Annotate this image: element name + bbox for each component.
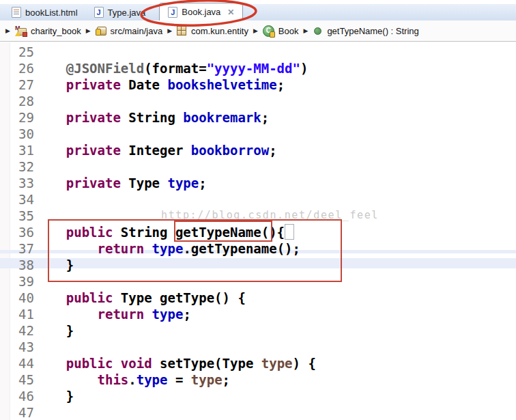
breadcrumb-item-book[interactable]: CBook [263, 25, 299, 37]
code-line[interactable]: 44 public void setType(Type type) { [0, 355, 516, 372]
tabs-container: bookList.htmlJType.javaJBook.java✕ [3, 4, 243, 20]
line-number[interactable]: 36 [0, 224, 34, 240]
code-text[interactable]: private Type type; [35, 175, 207, 191]
breadcrumb-item-src-main-java[interactable]: src/main/java [96, 26, 163, 36]
code-text[interactable]: } [35, 388, 74, 404]
code-text[interactable]: public Type getType() { [35, 290, 246, 306]
line-number[interactable]: 40 [0, 290, 34, 306]
breadcrumb-item-gettypename-string[interactable]: getTypeName() : String [313, 26, 418, 36]
line-number[interactable]: 37 [0, 240, 34, 257]
code-line[interactable]: 38 } [0, 257, 516, 273]
icon-line [14, 14, 19, 14]
code-line[interactable]: 41 return type; [0, 306, 516, 322]
tab-type-java[interactable]: JType.java [86, 4, 154, 20]
line-number[interactable]: 31 [0, 142, 34, 158]
code-line[interactable]: 42 } [0, 322, 516, 339]
line-number[interactable]: 30 [0, 126, 34, 142]
code-lines: 2526 @JSONField(format="yyyy-MM-dd")27 p… [0, 42, 516, 420]
code-text[interactable]: public String getTypeName(){ [35, 224, 285, 240]
line-number[interactable]: 41 [0, 306, 34, 322]
code-text[interactable]: this.type = type; [35, 372, 230, 388]
code-token: this [35, 372, 128, 387]
code-line[interactable]: 25 [0, 44, 516, 60]
line-number[interactable]: 38 [0, 257, 34, 273]
line-number[interactable]: 26 [0, 60, 34, 76]
code-line[interactable]: 27 private Date bookshelvetime; [0, 76, 516, 93]
code-token: Integer [121, 143, 191, 158]
line-number[interactable]: 42 [0, 322, 34, 339]
code-line[interactable]: 46 } [0, 388, 516, 404]
code-text[interactable]: public void setType(Type type) { [35, 355, 316, 372]
code-line[interactable]: 31 private Integer bookborrow; [0, 142, 516, 158]
line-number[interactable]: 46 [0, 388, 34, 404]
tab-booklist-html[interactable]: bookList.html [3, 4, 86, 20]
icon-line [14, 12, 19, 12]
code-text[interactable]: return type; [35, 306, 191, 322]
code-token: ; [223, 372, 230, 387]
warning-overlay [15, 31, 20, 36]
code-token: .getTypename(); [183, 241, 300, 256]
line-number[interactable]: 44 [0, 355, 34, 372]
code-token: public [35, 225, 113, 240]
code-token: type [152, 241, 184, 256]
breadcrumb-separator-icon[interactable]: ▶ [303, 27, 308, 34]
code-token: Type getType() { [113, 290, 245, 305]
code-line[interactable]: 47 [0, 404, 516, 420]
tab-label: bookList.html [25, 8, 78, 18]
breadcrumb-expand-arrow-icon[interactable]: ▶ [5, 27, 10, 34]
line-number[interactable]: 32 [0, 158, 34, 175]
code-line[interactable]: 29 private String bookremark; [0, 109, 516, 126]
code-line[interactable]: 39 [0, 273, 516, 290]
close-icon[interactable]: ✕ [227, 8, 234, 16]
code-line[interactable]: 45 this.type = type; [0, 372, 516, 388]
line-number[interactable]: 29 [0, 109, 34, 126]
line-number[interactable]: 34 [0, 191, 34, 208]
code-token: (format= [144, 61, 207, 76]
code-line[interactable]: 26 @JSONField(format="yyyy-MM-dd") [0, 60, 516, 76]
breadcrumb-label: charity_book [31, 26, 81, 36]
breadcrumb-label: getTypeName() : String [327, 26, 418, 36]
code-text[interactable]: private Date bookshelvetime; [35, 76, 285, 93]
code-line[interactable]: 43 [0, 339, 516, 355]
code-text[interactable]: private Integer bookborrow; [35, 142, 277, 158]
package-tile [181, 30, 186, 36]
code-line[interactable]: 33 private Type type; [0, 175, 516, 191]
breadcrumb-separator-icon[interactable]: ▶ [86, 27, 91, 34]
code-line[interactable]: 35 [0, 208, 516, 224]
code-token: ; [269, 143, 276, 158]
code-text[interactable]: } [35, 322, 74, 339]
breadcrumb-item-charity-book[interactable]: Mcharity_book [15, 26, 81, 36]
line-number[interactable]: 39 [0, 273, 34, 290]
breadcrumb-item-com-kun-entity[interactable]: com.kun.entity [177, 26, 248, 36]
line-number[interactable]: 35 [0, 208, 34, 224]
code-line[interactable]: 32 [0, 158, 516, 175]
code-token: Type [121, 176, 168, 191]
breadcrumb-separator-icon[interactable]: ▶ [253, 27, 258, 34]
code-token: return [35, 241, 144, 256]
line-number[interactable]: 28 [0, 93, 34, 109]
code-line[interactable]: 30 [0, 126, 516, 142]
icon-letter-j: J [169, 8, 177, 17]
code-token: type [191, 372, 223, 387]
line-number[interactable]: 25 [0, 44, 34, 60]
line-number[interactable]: 47 [0, 404, 34, 420]
code-text[interactable]: @JSONField(format="yyyy-MM-dd") [35, 60, 308, 76]
line-number[interactable]: 45 [0, 372, 34, 388]
code-line[interactable]: 28 [0, 93, 516, 109]
code-line[interactable]: 37 return type.getTypename(); [0, 240, 516, 257]
code-text[interactable]: } [35, 257, 74, 273]
code-token: ) [300, 61, 308, 76]
code-token: } [35, 389, 74, 404]
line-number[interactable]: 33 [0, 175, 34, 191]
decorator-overlay [23, 32, 27, 37]
code-text[interactable]: private String bookremark; [35, 109, 269, 126]
code-line[interactable]: 34 [0, 191, 516, 208]
code-line[interactable]: 36 public String getTypeName(){ [0, 224, 516, 240]
breadcrumb-separator-icon[interactable]: ▶ [167, 27, 172, 34]
line-number[interactable]: 27 [0, 76, 34, 93]
line-number[interactable]: 43 [0, 339, 34, 355]
code-token [113, 356, 120, 371]
code-line[interactable]: 40 public Type getType() { [0, 290, 516, 306]
tab-book-java[interactable]: JBook.java✕ [159, 3, 243, 20]
code-text[interactable]: return type.getTypename(); [35, 240, 300, 257]
